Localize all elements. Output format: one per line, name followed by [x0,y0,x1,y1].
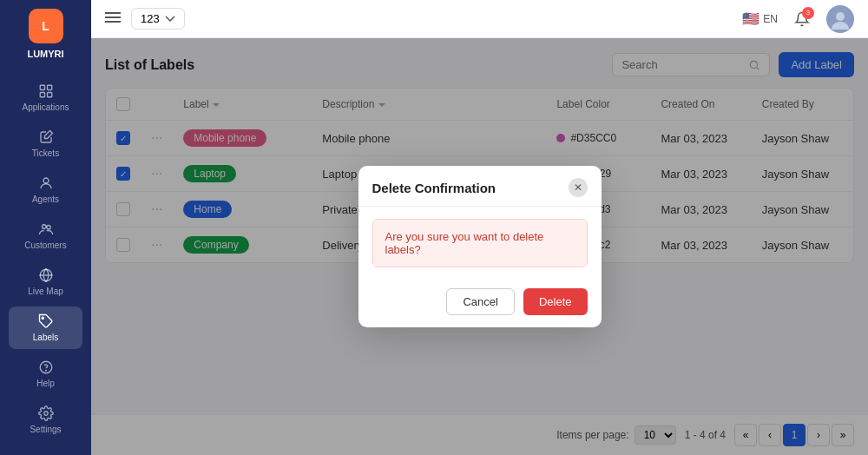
app-name: LUMYRI [27,49,63,59]
avatar[interactable] [826,5,854,33]
language-selector[interactable]: 🇺🇸 EN [742,10,778,27]
sidebar-item-labels[interactable]: Labels [9,307,82,349]
main-area: 123 🇺🇸 EN 3 List of Labels Add Label [91,0,868,455]
content-area: List of Labels Add Label Label [91,38,868,455]
delete-button[interactable]: Delete [523,288,588,315]
cancel-button[interactable]: Cancel [446,288,514,315]
modal-title: Delete Confirmation [372,181,496,195]
topbar: 123 🇺🇸 EN 3 [91,0,868,38]
svg-point-16 [836,12,845,21]
sidebar-label-agents: Agents [32,195,59,204]
sidebar-item-settings[interactable]: Settings [9,399,82,441]
logo: L [29,9,63,43]
sidebar-label-settings: Settings [30,425,61,434]
modal-header: Delete Confirmation ✕ [358,166,602,207]
sidebar-menu: Applications Tickets Agents Customers Li… [0,76,91,446]
svg-rect-1 [47,85,51,89]
sidebar-item-help[interactable]: Help [9,353,82,395]
sidebar-item-live-map[interactable]: Live Map [9,260,82,303]
modal-close-button[interactable]: ✕ [569,178,588,197]
lang-code: EN [763,13,778,25]
sidebar-label-tickets: Tickets [32,148,59,158]
modal-footer: Cancel Delete [358,280,602,327]
svg-point-10 [45,370,46,371]
delete-confirmation-modal: Delete Confirmation ✕ Are you sure you w… [358,166,602,327]
sidebar-item-customers[interactable]: Customers [9,214,82,257]
sidebar-item-tickets[interactable]: Tickets [9,122,82,165]
svg-point-4 [43,178,49,183]
workspace-selector[interactable]: 123 [131,8,185,30]
notification-badge: 3 [802,7,814,19]
svg-rect-0 [40,85,44,89]
sidebar-label-applications: Applications [23,102,69,112]
flag-icon: 🇺🇸 [742,10,760,27]
modal-overlay: Delete Confirmation ✕ Are you sure you w… [91,38,868,455]
svg-rect-2 [40,93,44,97]
sidebar-label-live-map: Live Map [28,287,63,296]
modal-body: Are you sure you want to delete labels? [358,207,602,280]
sidebar-item-applications[interactable]: Applications [9,76,82,119]
svg-point-11 [43,412,48,416]
sidebar-label-help: Help [36,379,55,388]
modal-warning-text: Are you sure you want to delete labels? [372,219,588,267]
sidebar-label-customers: Customers [24,241,66,250]
menu-icon[interactable] [105,11,121,27]
svg-point-8 [42,317,43,319]
sidebar-label-labels: Labels [33,333,58,342]
svg-point-6 [46,226,50,230]
workspace-value: 123 [141,12,160,25]
sidebar: L LUMYRI Applications Tickets Agents Cus… [0,0,91,455]
notifications-button[interactable]: 3 [788,5,816,33]
svg-rect-3 [47,93,51,97]
sidebar-item-agents[interactable]: Agents [9,168,82,211]
svg-point-5 [42,225,46,229]
